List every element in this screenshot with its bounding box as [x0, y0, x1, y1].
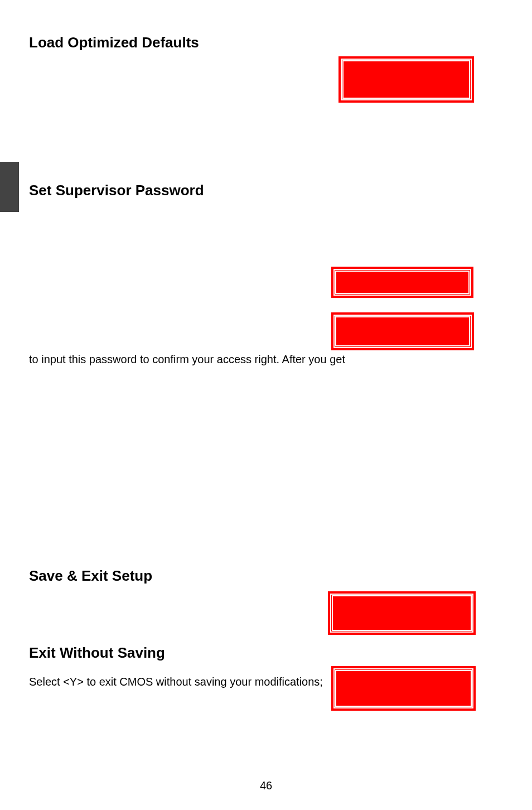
paragraph-access-right: to input this password to confirm your a… [29, 351, 345, 367]
document-page: Load Optimized Defaults Set Supervisor P… [0, 0, 532, 810]
dialog-box-redacted [330, 594, 473, 633]
page-number: 46 [0, 779, 532, 792]
dialog-box-redacted [341, 59, 472, 100]
left-margin-tab [0, 162, 19, 212]
heading-set-supervisor-password: Set Supervisor Password [29, 181, 204, 200]
heading-save-exit-setup: Save & Exit Setup [29, 567, 152, 585]
dialog-box-redacted [333, 668, 473, 708]
heading-exit-without-saving: Exit Without Saving [29, 644, 165, 662]
dialog-box-redacted [333, 315, 472, 348]
paragraph-exit-without-saving: Select <Y> to exit CMOS without saving y… [29, 674, 323, 690]
dialog-box-redacted [333, 269, 471, 296]
heading-load-optimized-defaults: Load Optimized Defaults [29, 33, 199, 52]
